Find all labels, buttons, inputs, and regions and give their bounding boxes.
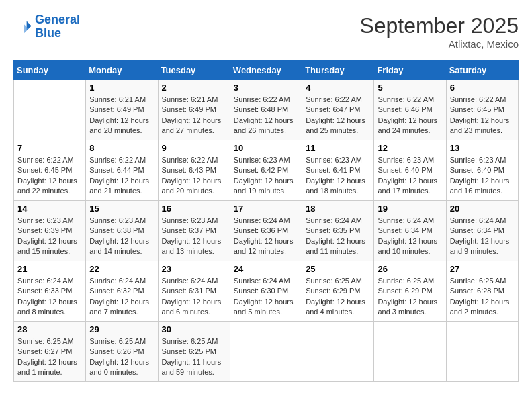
day-number: 14 [17, 203, 82, 214]
day-info: Sunrise: 6:22 AMSunset: 6:47 PMDaylight:… [306, 95, 370, 136]
day-cell: 4Sunrise: 6:22 AMSunset: 6:47 PMDaylight… [302, 80, 374, 140]
day-cell [446, 322, 518, 382]
day-number: 24 [234, 264, 298, 274]
day-info: Sunrise: 6:25 AMSunset: 6:25 PMDaylight:… [162, 336, 226, 378]
day-info: Sunrise: 6:24 AMSunset: 6:32 PMDaylight:… [89, 276, 154, 318]
page-header: General Blue September 2025 Atlixtac, Me… [13, 13, 519, 50]
day-cell: 1Sunrise: 6:21 AMSunset: 6:49 PMDaylight… [86, 80, 158, 140]
day-number: 12 [378, 143, 442, 153]
day-info: Sunrise: 6:24 AMSunset: 6:33 PMDaylight:… [17, 276, 82, 318]
day-number: 15 [89, 203, 154, 214]
day-number: 13 [450, 143, 515, 153]
day-cell: 9Sunrise: 6:22 AMSunset: 6:43 PMDaylight… [158, 140, 230, 201]
day-number: 8 [89, 143, 154, 153]
day-number: 7 [17, 143, 82, 153]
week-row-2: 14Sunrise: 6:23 AMSunset: 6:39 PMDayligh… [14, 201, 519, 261]
day-info: Sunrise: 6:21 AMSunset: 6:49 PMDaylight:… [162, 95, 226, 136]
day-info: Sunrise: 6:23 AMSunset: 6:38 PMDaylight:… [89, 216, 154, 257]
day-cell: 5Sunrise: 6:22 AMSunset: 6:46 PMDaylight… [374, 80, 446, 140]
week-row-4: 28Sunrise: 6:25 AMSunset: 6:27 PMDayligh… [14, 322, 519, 382]
week-row-0: 1Sunrise: 6:21 AMSunset: 6:49 PMDaylight… [14, 80, 519, 140]
day-number: 30 [162, 324, 226, 334]
day-cell: 6Sunrise: 6:22 AMSunset: 6:45 PMDaylight… [446, 80, 518, 140]
day-header-monday: Monday [86, 61, 158, 80]
day-number: 19 [378, 203, 442, 214]
calendar-header-row: SundayMondayTuesdayWednesdayThursdayFrid… [14, 61, 519, 80]
day-info: Sunrise: 6:23 AMSunset: 6:40 PMDaylight:… [450, 155, 515, 197]
day-cell: 30Sunrise: 6:25 AMSunset: 6:25 PMDayligh… [158, 322, 230, 382]
day-cell: 23Sunrise: 6:24 AMSunset: 6:31 PMDayligh… [158, 261, 230, 322]
day-number: 5 [378, 83, 442, 93]
day-cell: 12Sunrise: 6:23 AMSunset: 6:40 PMDayligh… [374, 140, 446, 201]
day-number: 21 [17, 264, 82, 274]
day-info: Sunrise: 6:25 AMSunset: 6:28 PMDaylight:… [450, 276, 515, 318]
day-cell: 16Sunrise: 6:23 AMSunset: 6:37 PMDayligh… [158, 201, 230, 261]
day-header-tuesday: Tuesday [158, 61, 230, 80]
day-number: 9 [162, 143, 226, 153]
day-info: Sunrise: 6:25 AMSunset: 6:26 PMDaylight:… [89, 336, 154, 378]
day-cell: 10Sunrise: 6:23 AMSunset: 6:42 PMDayligh… [230, 140, 302, 201]
day-cell: 22Sunrise: 6:24 AMSunset: 6:32 PMDayligh… [86, 261, 158, 322]
day-info: Sunrise: 6:23 AMSunset: 6:39 PMDaylight:… [17, 216, 82, 257]
day-number: 26 [378, 264, 442, 274]
logo: General Blue [13, 13, 80, 40]
day-cell: 26Sunrise: 6:25 AMSunset: 6:29 PMDayligh… [374, 261, 446, 322]
week-row-3: 21Sunrise: 6:24 AMSunset: 6:33 PMDayligh… [14, 261, 519, 322]
day-info: Sunrise: 6:24 AMSunset: 6:36 PMDaylight:… [234, 216, 298, 257]
logo-line1: General [35, 13, 80, 26]
day-cell: 14Sunrise: 6:23 AMSunset: 6:39 PMDayligh… [14, 201, 86, 261]
day-number: 23 [162, 264, 226, 274]
day-cell [14, 80, 86, 140]
day-cell: 24Sunrise: 6:24 AMSunset: 6:30 PMDayligh… [230, 261, 302, 322]
day-number: 2 [162, 83, 226, 93]
day-header-sunday: Sunday [14, 61, 86, 80]
day-info: Sunrise: 6:22 AMSunset: 6:45 PMDaylight:… [17, 155, 82, 197]
calendar-table: SundayMondayTuesdayWednesdayThursdayFrid… [13, 60, 519, 382]
day-info: Sunrise: 6:22 AMSunset: 6:43 PMDaylight:… [162, 155, 226, 197]
day-info: Sunrise: 6:22 AMSunset: 6:46 PMDaylight:… [378, 95, 442, 136]
day-number: 28 [17, 324, 82, 334]
day-info: Sunrise: 6:23 AMSunset: 6:41 PMDaylight:… [306, 155, 370, 197]
day-info: Sunrise: 6:25 AMSunset: 6:29 PMDaylight:… [306, 276, 370, 318]
location: Atlixtac, Mexico [359, 38, 519, 50]
day-info: Sunrise: 6:23 AMSunset: 6:40 PMDaylight:… [378, 155, 442, 197]
day-number: 6 [450, 83, 515, 93]
day-cell: 15Sunrise: 6:23 AMSunset: 6:38 PMDayligh… [86, 201, 158, 261]
day-cell [230, 322, 302, 382]
day-number: 27 [450, 264, 515, 274]
day-cell: 7Sunrise: 6:22 AMSunset: 6:45 PMDaylight… [14, 140, 86, 201]
day-number: 10 [234, 143, 298, 153]
day-info: Sunrise: 6:24 AMSunset: 6:34 PMDaylight:… [450, 216, 515, 257]
day-header-thursday: Thursday [302, 61, 374, 80]
day-cell: 21Sunrise: 6:24 AMSunset: 6:33 PMDayligh… [14, 261, 86, 322]
day-cell: 18Sunrise: 6:24 AMSunset: 6:35 PMDayligh… [302, 201, 374, 261]
day-header-saturday: Saturday [446, 61, 518, 80]
day-header-friday: Friday [374, 61, 446, 80]
logo-text: General Blue [35, 13, 80, 40]
day-cell [374, 322, 446, 382]
day-info: Sunrise: 6:22 AMSunset: 6:48 PMDaylight:… [234, 95, 298, 136]
day-cell: 28Sunrise: 6:25 AMSunset: 6:27 PMDayligh… [14, 322, 86, 382]
title-block: September 2025 Atlixtac, Mexico [359, 13, 519, 50]
day-number: 4 [306, 83, 370, 93]
day-info: Sunrise: 6:25 AMSunset: 6:27 PMDaylight:… [17, 336, 82, 378]
day-number: 25 [306, 264, 370, 274]
day-cell: 19Sunrise: 6:24 AMSunset: 6:34 PMDayligh… [374, 201, 446, 261]
day-header-wednesday: Wednesday [230, 61, 302, 80]
day-info: Sunrise: 6:23 AMSunset: 6:42 PMDaylight:… [234, 155, 298, 197]
day-cell: 29Sunrise: 6:25 AMSunset: 6:26 PMDayligh… [86, 322, 158, 382]
day-info: Sunrise: 6:23 AMSunset: 6:37 PMDaylight:… [162, 216, 226, 257]
month-title: September 2025 [359, 13, 519, 38]
day-cell: 17Sunrise: 6:24 AMSunset: 6:36 PMDayligh… [230, 201, 302, 261]
day-number: 16 [162, 203, 226, 214]
calendar-body: 1Sunrise: 6:21 AMSunset: 6:49 PMDaylight… [14, 80, 519, 382]
day-info: Sunrise: 6:24 AMSunset: 6:35 PMDaylight:… [306, 216, 370, 257]
day-cell: 25Sunrise: 6:25 AMSunset: 6:29 PMDayligh… [302, 261, 374, 322]
day-cell: 11Sunrise: 6:23 AMSunset: 6:41 PMDayligh… [302, 140, 374, 201]
day-info: Sunrise: 6:25 AMSunset: 6:29 PMDaylight:… [378, 276, 442, 318]
day-number: 1 [89, 83, 154, 93]
logo-icon [13, 17, 32, 36]
day-number: 11 [306, 143, 370, 153]
day-cell: 27Sunrise: 6:25 AMSunset: 6:28 PMDayligh… [446, 261, 518, 322]
day-info: Sunrise: 6:21 AMSunset: 6:49 PMDaylight:… [89, 95, 154, 136]
